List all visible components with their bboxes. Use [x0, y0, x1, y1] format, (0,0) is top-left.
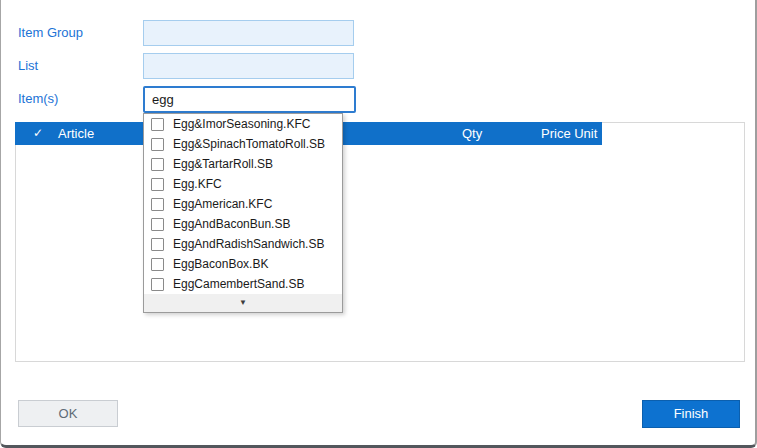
item-checkbox[interactable]	[151, 238, 164, 251]
item-checkbox[interactable]	[151, 198, 164, 211]
dialog-window: Item Group List Item(s) ✓ Article Qty Pr…	[0, 0, 757, 448]
list-item[interactable]: EggCamembertSand.SB	[144, 274, 342, 294]
list-item[interactable]: Egg&TartarRoll.SB	[144, 154, 342, 174]
column-header-qty: Qty	[462, 122, 482, 145]
item-label: Egg&ImorSeasoning.KFC	[173, 117, 310, 131]
list-item[interactable]: EggBaconBox.BK	[144, 254, 342, 274]
item-checkbox[interactable]	[151, 178, 164, 191]
list-label: List	[18, 53, 38, 79]
column-header-article: Article	[58, 122, 94, 145]
item-label: Egg.KFC	[173, 177, 222, 191]
item-checkbox[interactable]	[151, 278, 164, 291]
item-checkbox[interactable]	[151, 218, 164, 231]
items-search-input[interactable]	[143, 86, 356, 113]
item-label: Egg&TartarRoll.SB	[173, 157, 273, 171]
item-label: Egg&SpinachTomatoRoll.SB	[173, 137, 325, 151]
list-input[interactable]	[143, 53, 354, 79]
list-item[interactable]: Egg&SpinachTomatoRoll.SB	[144, 134, 342, 154]
item-label: EggBaconBox.BK	[173, 257, 268, 271]
item-label: EggAndRadishSandwich.SB	[173, 237, 324, 251]
chevron-down-icon: ▼	[239, 299, 247, 307]
item-label: EggAmerican.KFC	[173, 197, 272, 211]
item-suggestion-dropdown: Egg&ImorSeasoning.KFC Egg&SpinachTomatoR…	[143, 113, 343, 313]
check-icon: ✓	[33, 122, 43, 145]
scroll-down-button[interactable]: ▼	[144, 294, 342, 312]
items-label: Item(s)	[18, 86, 58, 112]
list-item[interactable]: EggAndBaconBun.SB	[144, 214, 342, 234]
item-checkbox[interactable]	[151, 138, 164, 151]
list-item[interactable]: EggAmerican.KFC	[144, 194, 342, 214]
results-table: ✓ Article Qty Price Unit	[15, 122, 745, 362]
item-label: EggCamembertSand.SB	[173, 277, 304, 291]
column-header-price-unit: Price Unit	[541, 122, 597, 145]
item-checkbox[interactable]	[151, 158, 164, 171]
list-item[interactable]: EggAndRadishSandwich.SB	[144, 234, 342, 254]
item-group-input[interactable]	[143, 20, 354, 46]
item-checkbox[interactable]	[151, 118, 164, 131]
list-item[interactable]: Egg&ImorSeasoning.KFC	[144, 114, 342, 134]
list-item[interactable]: Egg.KFC	[144, 174, 342, 194]
item-label: EggAndBaconBun.SB	[173, 217, 290, 231]
item-group-label: Item Group	[18, 20, 83, 46]
finish-button[interactable]: Finish	[642, 400, 740, 428]
item-checkbox[interactable]	[151, 258, 164, 271]
ok-button[interactable]: OK	[18, 400, 118, 427]
